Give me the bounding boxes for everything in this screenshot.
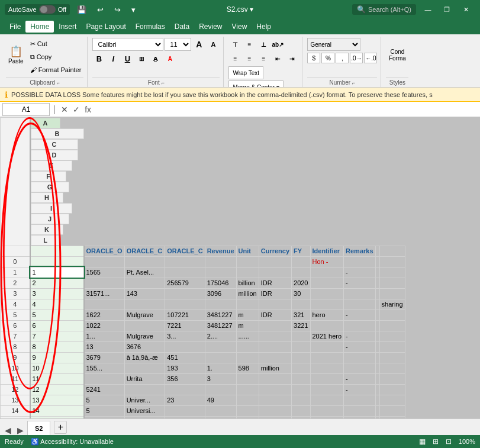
- cell-f14[interactable]: [236, 405, 259, 416]
- cell-h-header[interactable]: FY: [292, 246, 310, 256]
- cell-c15[interactable]: 1...U...: [124, 416, 165, 418]
- cell-d-header[interactable]: ORACLE_C: [165, 246, 205, 256]
- cell-h1[interactable]: [292, 267, 310, 278]
- cell-g1[interactable]: [259, 267, 291, 278]
- underline-button[interactable]: U: [121, 52, 134, 65]
- paste-button[interactable]: 📋 Paste: [6, 38, 26, 72]
- cell-i8[interactable]: [310, 341, 344, 352]
- cell-k2[interactable]: [375, 278, 379, 288]
- col-header-g[interactable]: G: [31, 182, 69, 192]
- cell-d14[interactable]: [165, 405, 205, 416]
- cell-g2[interactable]: IDR: [259, 278, 291, 288]
- align-top-button[interactable]: ⊤: [228, 38, 241, 51]
- col-header-b[interactable]: B: [31, 128, 84, 139]
- decimal-dec-button[interactable]: ←.0: [364, 53, 377, 63]
- cell-d5[interactable]: 107221: [165, 310, 205, 320]
- cell-a11[interactable]: 11: [30, 373, 84, 384]
- add-sheet-button[interactable]: +: [54, 421, 67, 434]
- cell-c13[interactable]: Univer...: [124, 395, 165, 405]
- cell-k1[interactable]: [375, 267, 379, 278]
- cell-i2[interactable]: [310, 278, 344, 288]
- cell-l10[interactable]: [379, 363, 405, 373]
- cell-k-header[interactable]: [375, 246, 379, 256]
- cell-e8[interactable]: [205, 341, 236, 352]
- cell-e2[interactable]: 175046: [205, 278, 236, 288]
- cell-j7[interactable]: -: [344, 331, 375, 341]
- formula-input[interactable]: [95, 103, 478, 116]
- cell-j5[interactable]: -: [344, 310, 375, 320]
- cell-k11[interactable]: [375, 373, 379, 384]
- cell-e5[interactable]: 3481227: [205, 310, 236, 320]
- cell-i1[interactable]: [310, 267, 344, 278]
- cell-l0[interactable]: [379, 256, 405, 267]
- cell-f12[interactable]: [236, 384, 259, 395]
- cell-b10[interactable]: 155...: [84, 363, 125, 373]
- cell-l1[interactable]: [379, 267, 405, 278]
- menu-file[interactable]: File: [5, 21, 25, 33]
- cell-i15[interactable]: [310, 416, 344, 418]
- cell-c4[interactable]: [124, 299, 165, 310]
- cell-c3[interactable]: 143: [124, 288, 165, 299]
- cell-j2[interactable]: -: [344, 278, 375, 288]
- cell-h10[interactable]: [292, 363, 310, 373]
- cell-g10[interactable]: million: [259, 363, 291, 373]
- minimize-button[interactable]: —: [418, 0, 437, 19]
- cell-l8[interactable]: [379, 341, 405, 352]
- percent-button[interactable]: %: [321, 53, 334, 63]
- cell-b5[interactable]: 1622: [84, 310, 125, 320]
- cell-e12[interactable]: [205, 384, 236, 395]
- more-commands-button[interactable]: ▾: [128, 4, 139, 15]
- cell-i14[interactable]: [310, 405, 344, 416]
- cell-g9[interactable]: [259, 352, 291, 363]
- cell-k6[interactable]: [375, 320, 379, 331]
- sheet-nav-left[interactable]: ◀: [2, 426, 14, 435]
- font-shrink-button[interactable]: A: [207, 38, 220, 51]
- cell-d15[interactable]: 249: [165, 416, 205, 418]
- cell-a5[interactable]: 5: [30, 310, 84, 320]
- cell-l13[interactable]: [379, 395, 405, 405]
- cell-e14[interactable]: [205, 405, 236, 416]
- cell-g7[interactable]: [259, 331, 291, 341]
- cell-g3[interactable]: IDR: [259, 288, 291, 299]
- cell-reference-box[interactable]: [2, 103, 50, 116]
- cell-e11[interactable]: 3: [205, 373, 236, 384]
- cell-i11[interactable]: [310, 373, 344, 384]
- menu-help[interactable]: Help: [252, 21, 276, 33]
- grid-scroll-container[interactable]: A B C D E F G H I J K L: [0, 117, 480, 418]
- cell-f3[interactable]: million: [236, 288, 259, 299]
- align-left-button[interactable]: ≡: [228, 52, 241, 65]
- cell-i12[interactable]: [310, 384, 344, 395]
- cell-h6[interactable]: 3221: [292, 320, 310, 331]
- cell-c7[interactable]: Mulgrave: [124, 331, 165, 341]
- cell-h3[interactable]: 30: [292, 288, 310, 299]
- cell-l3[interactable]: [379, 288, 405, 299]
- cell-d4[interactable]: [165, 299, 205, 310]
- cell-c14[interactable]: Universi...: [124, 405, 165, 416]
- cell-e6[interactable]: 3481227: [205, 320, 236, 331]
- cell-b-header[interactable]: ORACLE_O: [84, 246, 125, 256]
- menu-insert[interactable]: Insert: [54, 21, 81, 33]
- cell-k13[interactable]: [375, 395, 379, 405]
- cell-d7[interactable]: 3...: [165, 331, 205, 341]
- cell-b2[interactable]: [84, 278, 125, 288]
- cell-c11[interactable]: Urrita: [124, 373, 165, 384]
- cell-k8[interactable]: [375, 341, 379, 352]
- cell-a3[interactable]: 3: [30, 288, 84, 299]
- cell-i10[interactable]: [310, 363, 344, 373]
- italic-button[interactable]: I: [107, 52, 120, 65]
- autosave-toggle[interactable]: AutoSave Off: [5, 4, 70, 15]
- cell-h15[interactable]: [292, 416, 310, 418]
- align-right-button[interactable]: ≡: [257, 52, 270, 65]
- cell-l-header[interactable]: [379, 246, 405, 256]
- undo-button[interactable]: ↩: [94, 4, 107, 15]
- cell-j-header[interactable]: Remarks: [344, 246, 375, 256]
- cell-k3[interactable]: [375, 288, 379, 299]
- currency-button[interactable]: $: [307, 53, 320, 63]
- align-bottom-button[interactable]: ⊥: [257, 38, 270, 51]
- cell-h9[interactable]: [292, 352, 310, 363]
- cell-g4[interactable]: [259, 299, 291, 310]
- cond-format-button[interactable]: Cond Forma: [386, 38, 408, 72]
- cell-d2[interactable]: 256579: [165, 278, 205, 288]
- cell-g8[interactable]: [259, 341, 291, 352]
- autosave-switch[interactable]: [39, 5, 56, 14]
